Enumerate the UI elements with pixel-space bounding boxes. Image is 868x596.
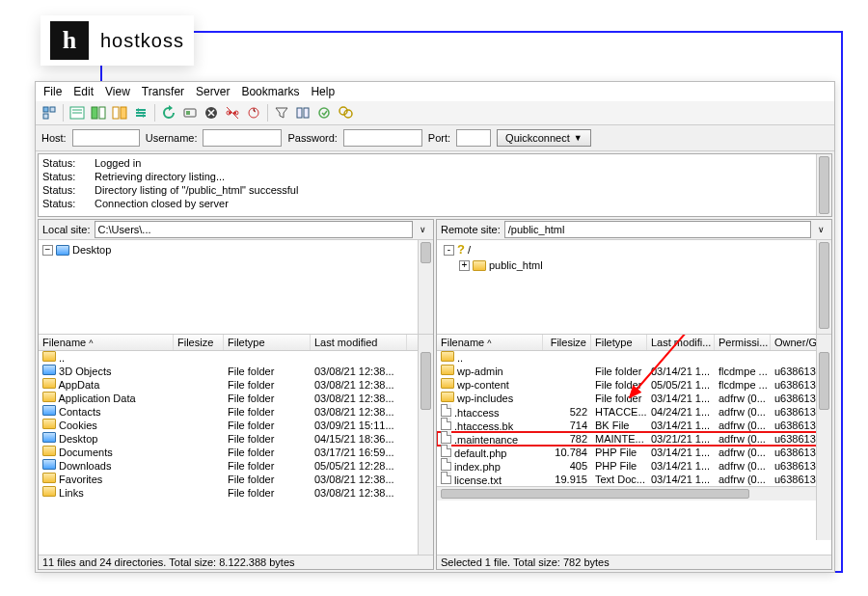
- list-item[interactable]: wp-content File folder 05/05/21 1... flc…: [437, 378, 831, 392]
- list-item[interactable]: wp-admin File folder 03/14/21 1... flcdm…: [437, 365, 831, 378]
- list-item[interactable]: index.php 405 PHP File 03/14/21 1... adf…: [437, 459, 831, 473]
- remote-path-input[interactable]: [504, 221, 811, 238]
- cancel-icon[interactable]: [202, 103, 221, 122]
- remote-list-header[interactable]: Filename ^ Filesize Filetype Last modifi…: [437, 335, 831, 351]
- message-log[interactable]: Status:Logged inStatus:Retrieving direct…: [38, 153, 832, 217]
- local-tree[interactable]: − Desktop: [39, 240, 433, 335]
- col-filesize[interactable]: Filesize: [174, 335, 224, 350]
- quickconnect-button[interactable]: Quickconnect ▼: [497, 129, 591, 147]
- remote-tree-scrollbar[interactable]: [816, 240, 831, 334]
- log-scrollbar[interactable]: [816, 154, 831, 216]
- menu-view[interactable]: View: [105, 85, 130, 98]
- folder-icon: [42, 432, 56, 443]
- list-item[interactable]: .htaccess 522 HTACCE... 04/24/21 1... ad…: [437, 405, 831, 419]
- toggle-queue-icon[interactable]: [131, 103, 150, 122]
- list-item[interactable]: .htaccess.bk 714 BK File 03/14/21 1... a…: [437, 419, 831, 432]
- local-list-header[interactable]: Filename ^ Filesize Filetype Last modifi…: [39, 335, 433, 351]
- port-input[interactable]: [456, 129, 491, 147]
- host-input[interactable]: [72, 129, 140, 147]
- col-filetype[interactable]: Filetype: [224, 335, 311, 350]
- list-item[interactable]: Cookies File folder 03/09/21 15:11...: [39, 419, 433, 432]
- col-modified[interactable]: Last modified: [311, 335, 407, 350]
- list-item[interactable]: ..: [437, 351, 831, 365]
- reconnect-icon[interactable]: [244, 103, 263, 122]
- list-item[interactable]: Desktop File folder 04/15/21 18:36...: [39, 432, 433, 446]
- search-icon[interactable]: [336, 103, 355, 122]
- password-label: Password:: [287, 132, 337, 144]
- menu-transfer[interactable]: Transfer: [142, 85, 184, 98]
- list-item[interactable]: .maintenance 782 MAINTE... 03/21/21 1...…: [437, 432, 831, 446]
- local-list-scrollbar[interactable]: [418, 335, 433, 555]
- list-item[interactable]: 3D Objects File folder 03/08/21 12:38...: [39, 365, 433, 378]
- remote-file-list[interactable]: Filename ^ Filesize Filetype Last modifi…: [437, 335, 831, 555]
- col-modified[interactable]: Last modifi...: [647, 335, 715, 350]
- sync-browse-icon[interactable]: [314, 103, 334, 122]
- remote-list-hscrollbar[interactable]: [437, 486, 831, 501]
- tree-collapse-icon[interactable]: −: [42, 245, 53, 256]
- compare-icon[interactable]: [293, 103, 312, 122]
- list-item[interactable]: Links File folder 03/08/21 12:38...: [39, 486, 433, 500]
- file-icon: [441, 445, 451, 457]
- list-item[interactable]: Downloads File folder 05/05/21 12:28...: [39, 459, 433, 473]
- toggle-local-tree-icon[interactable]: [89, 103, 108, 122]
- col-permissions[interactable]: Permissi...: [715, 335, 771, 350]
- svg-rect-9: [121, 107, 126, 119]
- list-item[interactable]: Favorites File folder 03/08/21 12:38...: [39, 473, 433, 486]
- local-site-label: Local site:: [42, 224, 91, 235]
- tree-expander-icon[interactable]: -: [444, 245, 454, 256]
- folder-icon: [42, 392, 56, 402]
- list-item[interactable]: default.php 10.784 PHP File 03/14/21 1..…: [437, 446, 831, 459]
- username-input[interactable]: [203, 129, 282, 147]
- dropdown-caret-icon[interactable]: ∨: [815, 225, 827, 234]
- menu-help[interactable]: Help: [311, 85, 335, 98]
- disconnect-icon[interactable]: [223, 103, 242, 122]
- folder-icon: [441, 392, 454, 402]
- folder-icon: [42, 473, 56, 483]
- refresh-icon[interactable]: [159, 103, 178, 122]
- toggle-log-icon[interactable]: [68, 103, 87, 122]
- port-label: Port:: [428, 132, 450, 144]
- desktop-folder-icon: [56, 245, 69, 256]
- menu-server[interactable]: Server: [196, 85, 230, 98]
- local-file-list[interactable]: Filename ^ Filesize Filetype Last modifi…: [39, 335, 433, 555]
- folder-icon: [42, 365, 56, 375]
- filter-icon[interactable]: [272, 103, 291, 122]
- folder-icon: [42, 459, 56, 470]
- log-line: Status:Directory listing of "/public_htm…: [42, 183, 827, 197]
- brand-logo: h: [50, 21, 89, 60]
- tree-expander-icon[interactable]: +: [459, 260, 470, 271]
- toggle-remote-tree-icon[interactable]: [110, 103, 129, 122]
- local-path-input[interactable]: [95, 221, 413, 238]
- password-input[interactable]: [343, 129, 422, 147]
- process-queue-icon[interactable]: [180, 103, 200, 122]
- list-item[interactable]: Documents File folder 03/17/21 16:59...: [39, 446, 433, 459]
- list-item[interactable]: wp-includes File folder 03/14/21 1... ad…: [437, 392, 831, 405]
- folder-icon: [42, 486, 56, 497]
- col-filename[interactable]: Filename: [42, 337, 86, 348]
- col-filetype[interactable]: Filetype: [591, 335, 647, 350]
- tree-item[interactable]: - ? /: [441, 242, 827, 257]
- svg-rect-16: [297, 108, 302, 118]
- menu-bookmarks[interactable]: Bookmarks: [241, 85, 299, 98]
- menubar[interactable]: File Edit View Transfer Server Bookmarks…: [36, 82, 834, 101]
- list-item[interactable]: AppData File folder 03/08/21 12:38...: [39, 378, 433, 392]
- col-owner[interactable]: Owner/Gr...: [771, 335, 821, 350]
- remote-tree[interactable]: - ? / + public_html: [437, 240, 831, 335]
- local-tree-scrollbar[interactable]: [418, 240, 433, 334]
- tree-item[interactable]: + public_html: [441, 257, 827, 273]
- site-manager-icon[interactable]: [40, 103, 59, 122]
- col-filesize[interactable]: Filesize: [543, 335, 591, 350]
- dropdown-caret-icon[interactable]: ∨: [417, 225, 429, 234]
- col-filename[interactable]: Filename: [441, 337, 484, 348]
- list-item[interactable]: Contacts File folder 03/08/21 12:38...: [39, 405, 433, 419]
- list-item[interactable]: Application Data File folder 03/08/21 12…: [39, 392, 433, 405]
- remote-list-scrollbar[interactable]: [816, 335, 831, 540]
- list-item[interactable]: license.txt 19.915 Text Doc... 03/14/21 …: [437, 473, 831, 486]
- tree-item-label[interactable]: Desktop: [72, 242, 111, 257]
- menu-edit[interactable]: Edit: [73, 85, 94, 98]
- local-site-bar: Local site: ∨: [39, 220, 433, 240]
- menu-file[interactable]: File: [43, 85, 62, 98]
- dropdown-caret-icon[interactable]: ▼: [574, 133, 583, 143]
- list-item[interactable]: ..: [39, 351, 433, 365]
- remote-site-bar: Remote site: ∨: [437, 220, 831, 240]
